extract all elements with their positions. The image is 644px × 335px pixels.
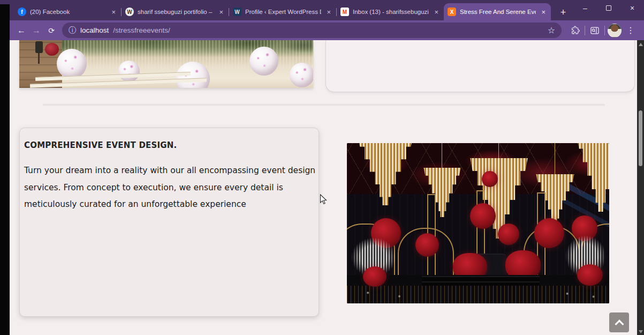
toolbar-separator [585, 26, 585, 35]
event-design-showcase-photo [347, 143, 609, 303]
new-tab-button[interactable]: + [555, 4, 571, 20]
url-host: localhost [80, 26, 109, 34]
window-controls: – × [573, 0, 644, 16]
tab-strip: f (20) Facebook × W sharif ssebuguzi por… [0, 0, 644, 20]
tab-facebook[interactable]: f (20) Facebook × [14, 3, 121, 20]
red-rose-cluster [577, 264, 603, 286]
back-button[interactable]: ← [14, 26, 29, 35]
tabs: f (20) Facebook × W sharif ssebuguzi por… [14, 3, 571, 20]
reload-button[interactable]: ⟳ [44, 26, 59, 35]
red-rose-cluster [498, 224, 519, 245]
back-to-top-button[interactable] [609, 312, 629, 332]
profile-avatar[interactable] [607, 23, 623, 39]
close-icon[interactable]: × [540, 8, 547, 16]
page-scrollbar[interactable] [637, 40, 644, 335]
wordpress-icon: W [125, 8, 134, 16]
desktop-edge-strip [0, 4, 10, 335]
extensions-puzzle-icon[interactable] [567, 23, 583, 39]
red-rose-cluster [534, 218, 564, 248]
mouse-cursor [320, 194, 327, 205]
maximize-button[interactable] [597, 0, 620, 16]
flower-ball [57, 49, 87, 79]
close-icon[interactable]: × [217, 8, 225, 16]
card-body: Turn your dream into a reality with our … [24, 162, 314, 213]
site-info-icon[interactable]: ⓘ [69, 26, 76, 35]
close-icon[interactable]: × [433, 8, 440, 16]
wedding-ceremony-photo [19, 40, 313, 88]
tab-label: Profile ‹ Expert WordPress De [245, 9, 321, 15]
partial-card [325, 40, 635, 92]
bookmark-star-icon[interactable]: ☆ [548, 25, 555, 35]
red-rose-cluster [363, 266, 387, 287]
browser-menu-icon[interactable]: ⋮ [623, 23, 639, 39]
body-line: meticulously curated for an unforgettabl… [24, 196, 314, 213]
wordpress-admin-icon: W [233, 8, 241, 16]
address-bar[interactable]: ⓘ localhost /stressfreeevents/ ☆ [62, 23, 562, 38]
guest-tables [347, 286, 609, 303]
scroll-down-arrow-icon[interactable] [639, 330, 643, 333]
minimize-button[interactable]: – [573, 0, 597, 16]
tab-label: sharif ssebuguzi portifolio – T [138, 9, 214, 15]
facebook-icon: f [18, 8, 26, 16]
scrollbar-thumb[interactable] [639, 110, 642, 166]
card-heading: COMPREHENSIVE EVENT DESIGN. [24, 140, 314, 150]
tab-gmail-inbox[interactable]: M Inbox (13) - sharifssebuguzi0 × [337, 3, 444, 20]
section-divider [43, 104, 605, 106]
red-rose-cluster [470, 203, 496, 229]
red-rose-cluster [415, 233, 439, 257]
red-rose-cluster [482, 171, 498, 187]
tab-stressfree-events-active[interactable]: X Stress Free And Serene Event × [444, 3, 551, 20]
close-icon[interactable]: × [110, 8, 117, 16]
chandelier-chain [442, 143, 442, 169]
tab-label: Stress Free And Serene Event [460, 9, 536, 15]
maximize-icon [606, 5, 611, 11]
close-window-button[interactable]: × [620, 0, 644, 16]
puzzle-glyph [570, 25, 580, 35]
side-panel-glyph [589, 25, 600, 36]
browser-window: f (20) Facebook × W sharif ssebuguzi por… [0, 0, 644, 335]
body-line: Turn your dream into a reality with our … [24, 162, 314, 180]
close-icon[interactable]: × [325, 8, 332, 16]
lantern [35, 41, 43, 53]
tab-portfolio[interactable]: W sharif ssebuguzi portifolio – T × [122, 3, 229, 20]
chandelier-chain [498, 143, 499, 159]
event-design-card: COMPREHENSIVE EVENT DESIGN. Turn your dr… [19, 128, 319, 317]
chandelier-chain [555, 143, 555, 175]
browser-toolbar: ← → ⟳ ⓘ localhost /stressfreeevents/ ☆ ⋮ [10, 20, 644, 40]
flower-ball [118, 61, 140, 82]
body-line: services. From concept to execution, we … [24, 180, 314, 197]
scroll-up-arrow-icon[interactable] [639, 43, 643, 46]
side-panel-search-icon[interactable] [587, 23, 603, 39]
xampp-icon: X [448, 8, 456, 16]
flower-ball [290, 63, 313, 87]
flower-ball [249, 47, 278, 76]
toolbar-separator [604, 26, 605, 35]
chevron-up-icon [615, 319, 624, 329]
tab-label: Inbox (13) - sharifssebuguzi0 [353, 9, 429, 15]
gmail-icon: M [340, 8, 349, 16]
avatar-image [608, 24, 622, 38]
tab-label: (20) Facebook [30, 9, 106, 15]
url-path: /stressfreeevents/ [113, 26, 543, 34]
red-flower-cluster [45, 43, 59, 56]
tab-wordpress-profile[interactable]: W Profile ‹ Expert WordPress De × [229, 3, 336, 20]
forward-button[interactable]: → [29, 26, 44, 35]
page-viewport: COMPREHENSIVE EVENT DESIGN. Turn your dr… [10, 40, 637, 335]
